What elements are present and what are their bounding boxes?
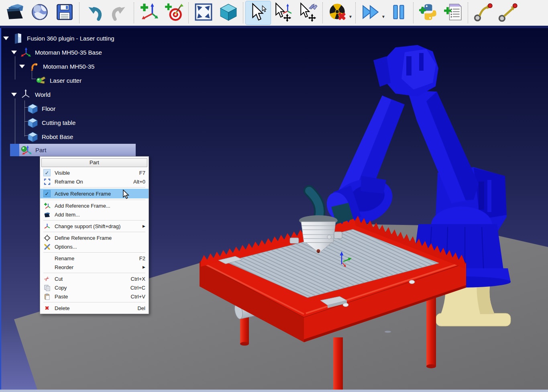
menu-separator [43, 200, 145, 200]
pause-simulation-button[interactable] [386, 1, 411, 24]
tree-item-label: Fusion 360 plugin - Laser cutting [27, 35, 114, 42]
tree-item-robot[interactable]: Motoman MH50-35 [0, 59, 169, 74]
expand-arrow-icon[interactable] [11, 51, 17, 54]
move-joint-instruction-button[interactable] [471, 1, 495, 24]
cut-icon: ✂ [42, 274, 52, 284]
move-linear-icon [498, 2, 517, 23]
window-bottom-edge [0, 390, 548, 392]
cube-icon [219, 2, 238, 23]
simulation-dropdown-caret[interactable]: ▼ [381, 14, 385, 19]
move-tool-cursor-icon [298, 2, 318, 23]
save-button[interactable] [52, 1, 77, 24]
fit-view-button[interactable] [191, 1, 216, 24]
open-folder-icon [5, 2, 24, 23]
object-cube-icon [27, 103, 38, 114]
toolbar-separator [188, 2, 189, 23]
fast-forward-icon [361, 2, 380, 23]
toolbar-separator [355, 2, 356, 23]
world-frame-icon [20, 89, 31, 100]
menu-item-paste[interactable]: Paste Ctrl+V [40, 292, 149, 301]
menu-item-change-support[interactable]: Change support (Shift+drag) ▶ [40, 222, 149, 231]
menu-item-options[interactable]: Options... [40, 242, 149, 251]
add-reference-frame-button[interactable] [136, 1, 161, 24]
check-collisions-button[interactable] [325, 1, 350, 24]
collision-radioactive-icon [328, 2, 347, 23]
expand-arrow-icon[interactable] [19, 65, 25, 68]
fast-simulation-button[interactable] [358, 1, 383, 24]
open-library-button[interactable] [27, 1, 52, 24]
tree-item-robot-base-object[interactable]: Robot Base [0, 130, 169, 144]
tree-item-tool[interactable]: Laser cutter [0, 74, 169, 88]
open-file-button[interactable] [2, 1, 27, 24]
undo-icon [85, 2, 104, 23]
add-frame-icon [43, 202, 51, 209]
checkmark-icon: ✓ [43, 169, 51, 176]
program-document-icon [444, 2, 463, 23]
add-target-icon [164, 2, 183, 23]
move-linear-instruction-button[interactable] [495, 1, 520, 24]
menu-separator [43, 302, 145, 302]
menu-separator [43, 252, 145, 253]
redo-button[interactable] [107, 1, 132, 24]
select-tool-button[interactable] [246, 1, 271, 24]
fit-all-icon [194, 2, 213, 23]
tree-item-cutting-table[interactable]: Cutting table [0, 116, 169, 130]
move-tool-button[interactable] [295, 1, 320, 24]
menu-item-active-reference-frame[interactable]: ✓ Active Reference Frame [40, 189, 149, 198]
add-item-icon [43, 211, 51, 218]
checkmark-icon: ✓ [43, 190, 51, 197]
tree-item-label: Robot Base [42, 133, 73, 140]
expand-arrow-icon[interactable] [11, 93, 17, 96]
support-frame-icon [43, 223, 51, 230]
main-toolbar: ▼ ▼ [0, 0, 548, 26]
add-python-program-button[interactable] [416, 1, 441, 24]
object-cube-icon [27, 131, 38, 142]
menu-item-add-reference-frame[interactable]: Add Reference Frame... [40, 201, 149, 210]
tree-item-part[interactable]: Part [0, 144, 169, 158]
menu-item-visible[interactable]: ✓ Visible F7 [40, 168, 149, 177]
menu-item-copy[interactable]: Copy Ctrl+C [40, 283, 149, 292]
menu-item-reframe-on[interactable]: Reframe On Alt+0 [40, 177, 149, 186]
toolbar-separator [79, 2, 80, 23]
object-cube-icon [27, 117, 38, 128]
selection-block [10, 144, 19, 156]
menu-item-reorder[interactable]: Reorder ▶ [40, 263, 149, 272]
station-tree: Fusion 360 plugin - Laser cutting Motoma… [0, 31, 169, 158]
menu-item-cut[interactable]: ✂ Cut Ctrl+X [40, 274, 149, 283]
tree-item-label: Laser cutter [50, 77, 81, 84]
toolbar-separator [243, 2, 244, 23]
floppy-disk-icon [55, 2, 74, 23]
add-program-button[interactable] [441, 1, 466, 24]
tree-item-station[interactable]: Fusion 360 plugin - Laser cutting [0, 31, 169, 45]
menu-item-delete[interactable]: ✖ Delete Del [40, 304, 149, 312]
reframe-icon [43, 178, 51, 185]
toolbar-separator [322, 2, 323, 23]
options-icon [43, 243, 51, 250]
move-reference-frame-button[interactable] [271, 1, 295, 24]
undo-button[interactable] [82, 1, 107, 24]
collisions-dropdown-caret[interactable]: ▼ [348, 14, 352, 19]
part-context-menu: Part ✓ Visible F7 Reframe On Alt+0 ✓ Act… [40, 156, 149, 314]
menu-item-define-reference-frame[interactable]: Define Reference Frame [40, 233, 149, 242]
menu-separator [43, 220, 145, 220]
menu-item-add-item[interactable]: Add Item... [40, 210, 149, 219]
redo-icon [110, 2, 129, 23]
menu-separator [43, 273, 145, 273]
tree-item-world-frame[interactable]: World [0, 88, 169, 102]
expand-arrow-icon[interactable] [3, 37, 9, 40]
menu-item-rename[interactable]: Rename F2 [40, 254, 149, 263]
selected-row-highlight: Part [10, 144, 136, 156]
tree-item-floor[interactable]: Floor [0, 102, 169, 116]
pause-icon [389, 2, 408, 23]
tree-item-label: Floor [42, 105, 55, 112]
move-joint-icon [473, 2, 493, 23]
tree-item-label: Motoman MH50-35 [43, 63, 94, 70]
move-frame-cursor-icon [273, 2, 293, 23]
add-target-button[interactable] [161, 1, 186, 24]
tree-item-robot-base-frame[interactable]: Motoman MH50-35 Base [0, 45, 169, 59]
robot-icon [29, 61, 39, 72]
toolbar-separator [468, 2, 469, 23]
submenu-arrow-icon: ▶ [143, 265, 145, 269]
menu-separator [43, 232, 145, 232]
isometric-view-button[interactable] [216, 1, 241, 24]
